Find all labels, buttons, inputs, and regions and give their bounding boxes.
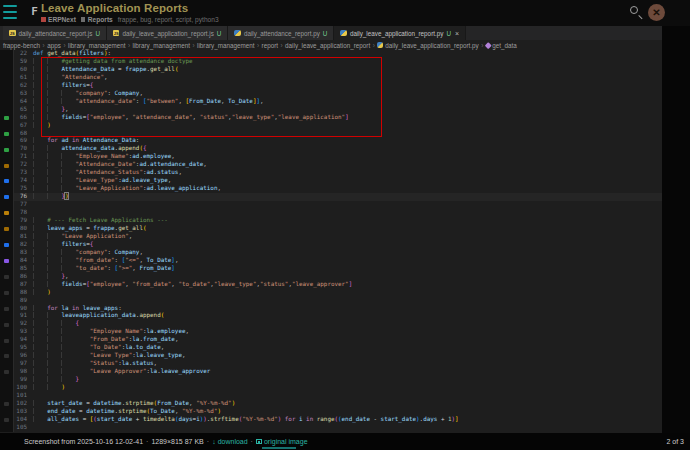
breadcrumb-item[interactable]: library_management xyxy=(197,42,254,49)
code-line: 90 for la in leave_apps: xyxy=(0,305,662,313)
breadcrumb-item[interactable]: daily_leave_application_report xyxy=(285,42,370,49)
breadcrumb-separator: › xyxy=(257,42,259,49)
gutter-mark xyxy=(4,148,9,152)
close-tab-icon[interactable]: × xyxy=(455,30,459,37)
code-line: 88 ) xyxy=(0,289,662,297)
gutter-mark xyxy=(4,275,9,279)
gutter-decoration-strip xyxy=(0,297,14,305)
method-symbol-icon xyxy=(485,42,491,48)
subcategory-label[interactable]: Reports xyxy=(88,16,113,23)
breadcrumb-item[interactable]: daily_leave_application_report.py xyxy=(377,42,478,49)
breadcrumb-item[interactable]: frappe-bench xyxy=(3,42,40,49)
code-line: 87 fields=["employee", "from_date", "to_… xyxy=(0,281,662,289)
python-file-icon xyxy=(377,42,383,48)
gutter-decoration-strip xyxy=(0,400,14,408)
breadcrumb-item[interactable]: report xyxy=(262,42,278,49)
line-number: 103 xyxy=(14,408,27,416)
breadcrumb-item[interactable]: apps xyxy=(47,42,61,49)
gutter-decoration-strip xyxy=(0,90,14,98)
gutter-decoration-strip xyxy=(0,281,14,289)
editor-tab[interactable]: JSdaily_leave_application_report.jsU xyxy=(107,26,228,40)
line-number: 81 xyxy=(14,233,27,241)
gutter-mark xyxy=(4,307,9,311)
code-line: 79 # --- Fetch Leave Applications --- xyxy=(0,217,662,225)
line-number: 82 xyxy=(14,241,27,249)
git-status-untracked: U xyxy=(95,30,100,37)
code-line: 81 "Leave Application", xyxy=(0,233,662,241)
python-file-icon xyxy=(234,30,241,37)
line-number: 84 xyxy=(14,257,27,265)
red-annotation-box xyxy=(41,57,382,138)
git-status-untracked: U xyxy=(446,30,451,37)
category-label[interactable]: ERPNext xyxy=(48,16,76,23)
line-number: 65 xyxy=(14,106,27,114)
hamburger-menu-icon[interactable] xyxy=(3,5,17,19)
editor-tab-bar: JSdaily_attendance_report.jsUJSdaily_lea… xyxy=(0,26,662,40)
line-number: 100 xyxy=(14,384,27,392)
code-line: 104 all_dates = [(start_date + timedelta… xyxy=(0,416,662,424)
gutter-mark xyxy=(4,195,9,199)
gutter-decoration-strip xyxy=(0,368,14,376)
gutter-decoration-strip xyxy=(0,305,14,313)
line-number: 72 xyxy=(14,161,27,169)
breadcrumb-item[interactable]: library_management xyxy=(133,42,190,49)
gutter-decoration-strip xyxy=(0,82,14,90)
editor-tab[interactable]: JSdaily_attendance_report.jsU xyxy=(3,26,107,40)
image-icon xyxy=(256,439,262,444)
close-button[interactable]: ✕ xyxy=(648,4,665,21)
line-number: 22 xyxy=(14,50,27,58)
line-number: 92 xyxy=(14,320,27,328)
line-number: 96 xyxy=(14,352,27,360)
gutter-mark xyxy=(4,243,9,247)
gutter-mark xyxy=(4,211,9,215)
lightbox-footer: Screenshot from 2025-10-16 12-02-41 · 12… xyxy=(0,433,690,450)
editor-tab[interactable]: daily_leave_application_report.pyU× xyxy=(334,26,466,40)
topic-tags[interactable]: frappe, bug, report, script, python3 xyxy=(118,16,219,23)
code-line: 72 "Attendance_Date":ad.attendance_date, xyxy=(0,161,662,169)
gutter-decoration-strip xyxy=(0,177,14,185)
editor-tab[interactable]: daily_attendance_report.pyU xyxy=(228,26,334,40)
line-number: 62 xyxy=(14,82,27,90)
gutter-decoration-strip xyxy=(0,209,14,217)
gutter-mark xyxy=(4,418,9,422)
scroll-indicator[interactable] xyxy=(262,447,296,450)
line-number: 70 xyxy=(14,145,27,153)
code-line: 97 "Status":la.status, xyxy=(0,360,662,368)
topic-title[interactable]: Leave Application Reports xyxy=(41,2,188,14)
code-line: 85 "to_date": [">=", From_Date] xyxy=(0,265,662,273)
gutter-decoration-strip xyxy=(0,376,14,384)
subcategory-badge-icon xyxy=(81,17,86,22)
original-image-link[interactable]: original image xyxy=(256,438,308,445)
line-number: 101 xyxy=(14,392,27,400)
download-link[interactable]: ↓download xyxy=(212,438,247,445)
code-line: 76 }) xyxy=(0,193,662,201)
category-badge-icon xyxy=(41,17,46,22)
code-line: 83 "company": Company, xyxy=(0,249,662,257)
gutter-decoration-strip xyxy=(0,336,14,344)
line-number: 74 xyxy=(14,177,27,185)
search-icon[interactable] xyxy=(629,5,644,20)
line-number: 71 xyxy=(14,153,27,161)
image-dimensions: 1289×815 87 KB xyxy=(151,438,203,445)
javascript-file-icon: JS xyxy=(113,30,120,37)
gutter-decoration-strip xyxy=(0,241,14,249)
line-number: 102 xyxy=(14,400,27,408)
tab-label: daily_attendance_report.js xyxy=(19,30,93,37)
gutter-decoration-strip xyxy=(0,424,14,432)
code-line: 105 xyxy=(0,424,662,432)
breadcrumb-item[interactable]: library_management xyxy=(68,42,125,49)
code-line: 101 xyxy=(0,392,662,400)
gutter-decoration-strip xyxy=(0,408,14,416)
line-number: 99 xyxy=(14,376,27,384)
code-editor-screenshot[interactable]: JSdaily_attendance_report.jsUJSdaily_lea… xyxy=(0,26,662,433)
line-number: 104 xyxy=(14,416,27,424)
forum-logo[interactable]: F xyxy=(28,5,41,18)
gutter-mark xyxy=(4,339,9,343)
code-line: 96 "Leave Type":la.leave_type, xyxy=(0,352,662,360)
gutter-mark xyxy=(4,227,9,231)
line-number: 59 xyxy=(14,58,27,66)
code-line: 103 end_date = datetime.strptime(To_Date… xyxy=(0,408,662,416)
breadcrumb-item[interactable]: get_data xyxy=(486,42,517,49)
code-line: 95 "To_Date":la.to_date, xyxy=(0,344,662,352)
code-line: 78 xyxy=(0,209,662,217)
